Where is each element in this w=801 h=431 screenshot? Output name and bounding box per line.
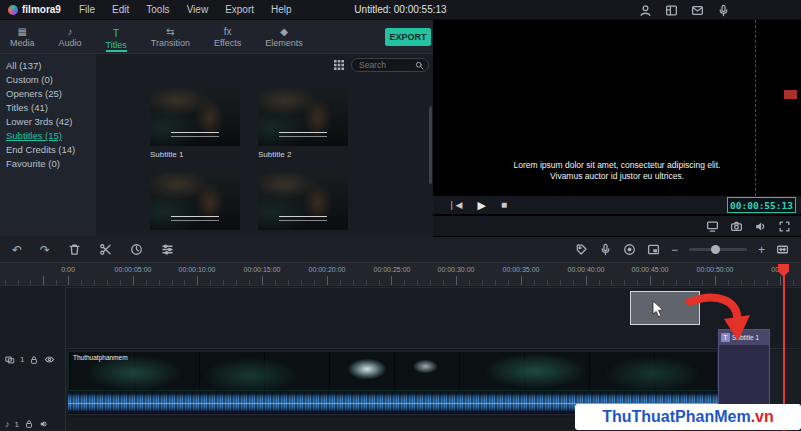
titles-grid: Subtitle 1 Subtitle 2 Subtitle 3 Subtitl… — [96, 78, 433, 236]
menu-tools[interactable]: Tools — [146, 4, 169, 15]
zoom-slider[interactable] — [689, 248, 747, 251]
split-scissors-icon[interactable] — [99, 243, 112, 256]
previous-frame-icon[interactable]: ❘◀ — [448, 201, 462, 210]
tab-elements[interactable]: ◆ Elements — [265, 26, 303, 48]
category-custom[interactable]: Custom (0) — [6, 73, 96, 87]
tab-transition[interactable]: ⇆ Transition — [151, 26, 190, 48]
titles-library: Subtitle 1 Subtitle 2 Subtitle 3 Subtitl… — [96, 54, 433, 236]
video-subtitle-text: Lorem ipsum dolor sit amet, consectetur … — [441, 160, 793, 182]
stop-icon[interactable]: ■ — [501, 200, 507, 210]
title-categories: All (137) Custom (0) Openers (25) Titles… — [0, 54, 96, 236]
subtitle-preview-image — [258, 88, 348, 146]
title-thumbnail[interactable]: Subtitle 2 — [258, 88, 348, 159]
layout-icon[interactable] — [665, 4, 678, 17]
audio-track-header: ♪ 1 — [5, 419, 49, 429]
menu-edit[interactable]: Edit — [112, 4, 129, 15]
detach-display-icon[interactable] — [706, 220, 719, 233]
title-thumbnail[interactable]: Subtitle 1 — [150, 88, 240, 159]
timeline-ruler[interactable]: 0:00 00:00:05:00 00:00:10:00 00:00:15:00… — [0, 263, 801, 286]
red-marker — [784, 90, 797, 99]
subtitle-preview-image — [150, 172, 240, 230]
tab-effects[interactable]: fx Effects — [214, 26, 241, 48]
category-titles[interactable]: Titles (41) — [6, 101, 96, 115]
grid-view-icon[interactable] — [333, 59, 345, 71]
timecode-display: 00:00:55:13 — [727, 197, 796, 213]
lock-icon[interactable] — [24, 419, 34, 429]
app-logo-text: filmora9 — [22, 4, 61, 15]
timeline-toolbar: ↶ ↷ − + — [0, 237, 801, 263]
watermark: ThuThuatPhanMem.vn — [575, 404, 801, 430]
speed-clock-icon[interactable] — [130, 243, 143, 256]
preview-secondary-controls — [433, 216, 801, 236]
category-favourite[interactable]: Favourite (0) — [6, 157, 96, 171]
category-lower-3rds[interactable]: Lower 3rds (42) — [6, 115, 96, 129]
category-end-credits[interactable]: End Credits (14) — [6, 143, 96, 157]
track-headers: 1 ♪ 1 — [0, 286, 66, 430]
search-icon[interactable] — [415, 61, 424, 70]
search-box — [351, 58, 429, 72]
menu-export[interactable]: Export — [225, 4, 254, 15]
title-thumbnail[interactable]: Subtitle 3 — [150, 172, 240, 236]
subtitle-preview-image — [258, 172, 348, 230]
preview-panel: Lorem ipsum dolor sit amet, consectetur … — [433, 20, 801, 237]
zoom-in-icon[interactable]: + — [758, 244, 765, 256]
library-scrollbar[interactable] — [429, 106, 432, 184]
category-all[interactable]: All (137) — [6, 59, 96, 73]
zoom-out-icon[interactable]: − — [671, 244, 678, 256]
audio-note-icon: ♪ — [5, 420, 10, 429]
video-clip-label: Thuthuatphanmem — [73, 354, 128, 361]
snapshot-camera-icon[interactable] — [730, 220, 743, 233]
transition-icon: ⇆ — [166, 26, 174, 37]
pip-icon[interactable] — [647, 243, 660, 256]
redo-icon[interactable]: ↷ — [40, 244, 50, 256]
dragged-subtitle-clip[interactable] — [630, 291, 700, 325]
fit-timeline-icon[interactable] — [776, 243, 789, 256]
titles-icon: T — [113, 28, 119, 39]
volume-icon[interactable] — [754, 220, 767, 233]
audio-icon: ♪ — [68, 26, 73, 37]
category-openers[interactable]: Openers (25) — [6, 87, 96, 101]
preview-edge-strip — [755, 20, 800, 196]
record-icon[interactable] — [623, 243, 636, 256]
menu-view[interactable]: View — [187, 4, 209, 15]
account-icon[interactable] — [639, 4, 652, 17]
title-thumbnail[interactable]: Subtitle 4 — [258, 172, 348, 236]
delete-icon[interactable] — [68, 243, 81, 256]
elements-icon: ◆ — [280, 26, 288, 37]
effects-icon: fx — [224, 26, 232, 37]
lock-icon[interactable] — [29, 355, 39, 365]
eye-icon[interactable] — [44, 354, 55, 365]
video-clip[interactable]: Thuthuatphanmem — [68, 351, 718, 391]
subtitle-preview-image — [150, 88, 240, 146]
marker-icon[interactable] — [575, 243, 588, 256]
microphone-icon[interactable] — [717, 4, 730, 17]
menu-file[interactable]: File — [79, 4, 95, 15]
mail-icon[interactable] — [691, 4, 704, 17]
tab-media[interactable]: ▦ Media — [10, 26, 35, 48]
subtitle-clip[interactable]: T Subtitle 1 — [718, 329, 770, 414]
category-subtitles[interactable]: Subtitles (15) — [6, 129, 96, 143]
filmora-window: filmora9 File Edit Tools View Export Hel… — [0, 0, 801, 431]
search-input[interactable] — [359, 60, 415, 70]
tab-audio[interactable]: ♪ Audio — [59, 26, 82, 48]
voiceover-mic-icon[interactable] — [599, 243, 612, 256]
title-badge-icon: T — [721, 333, 730, 342]
fullscreen-icon[interactable] — [778, 220, 791, 233]
undo-icon[interactable]: ↶ — [12, 244, 22, 256]
menubar: filmora9 File Edit Tools View Export Hel… — [0, 0, 801, 20]
export-button[interactable]: EXPORT — [385, 28, 431, 46]
play-icon[interactable]: ▶ — [477, 200, 485, 211]
tab-titles[interactable]: T Titles — [106, 28, 127, 52]
asset-panel: ▦ Media ♪ Audio T Titles ⇆ Transition fx… — [0, 20, 433, 237]
timeline-panel: ↶ ↷ − + 0:00 00:00:05:00 00:00:10:00 — [0, 237, 801, 431]
adjust-sliders-icon[interactable] — [161, 243, 174, 256]
menu-help[interactable]: Help — [271, 4, 292, 15]
media-icon: ▦ — [18, 26, 27, 37]
zoom-slider-handle[interactable] — [711, 245, 720, 254]
filmora-logo-icon — [8, 5, 18, 15]
asset-tabbar: ▦ Media ♪ Audio T Titles ⇆ Transition fx… — [0, 20, 433, 54]
video-track-icon — [5, 355, 15, 365]
video-track-header: 1 — [5, 354, 55, 365]
menubar-icons — [639, 0, 730, 20]
speaker-icon[interactable] — [39, 419, 49, 429]
